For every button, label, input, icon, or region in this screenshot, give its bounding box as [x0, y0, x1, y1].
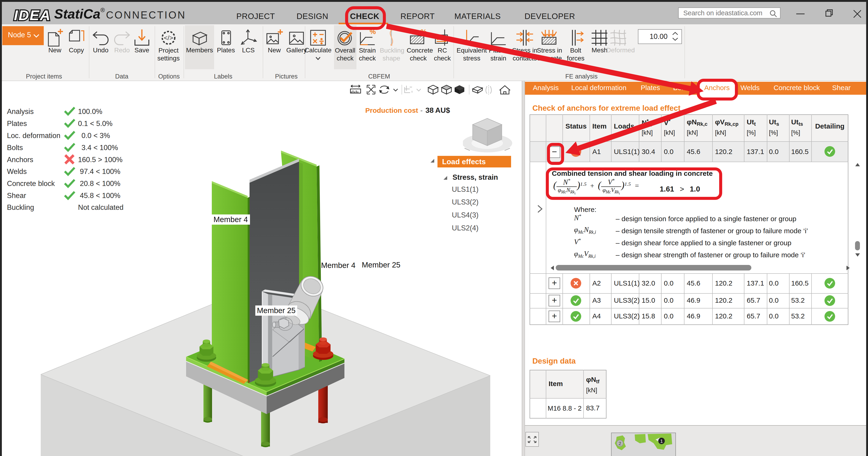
svg-text:1: 1	[660, 438, 663, 444]
svg-text:2: 2	[618, 441, 621, 446]
svg-text:%: %	[421, 28, 427, 35]
svg-text:</>: </>	[164, 34, 173, 41]
